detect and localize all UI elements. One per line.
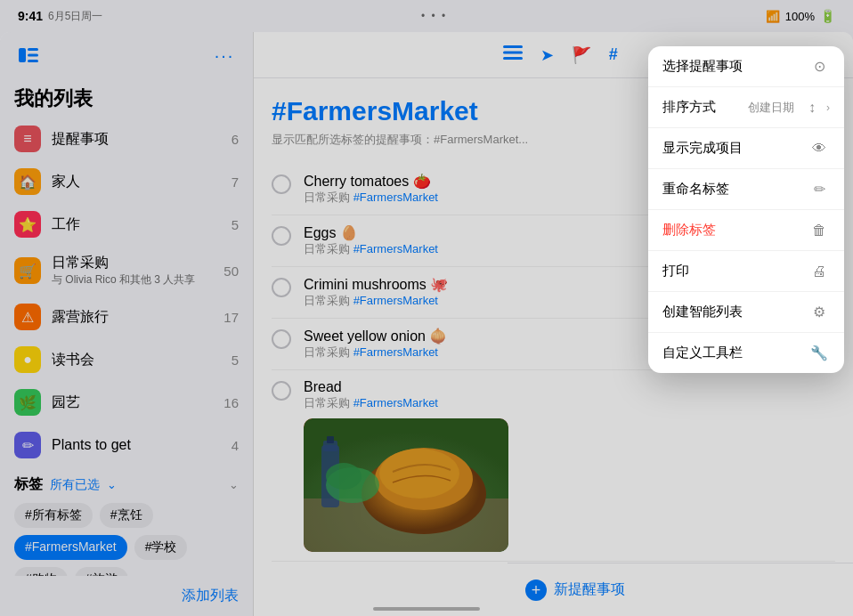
context-menu-label: 自定义工具栏 [662, 344, 743, 361]
context-menu-item-2[interactable]: 显示完成项目👁 [648, 128, 844, 169]
context-menu: 选择提醒事项⊙排序方式创建日期↕›显示完成项目👁重命名标签✏删除标签🗑打印🖨创建… [648, 46, 844, 373]
context-menu-icon: 🔧 [808, 344, 830, 361]
context-menu-label: 排序方式 [662, 99, 716, 116]
context-menu-icon: 🗑 [808, 223, 830, 239]
context-menu-label: 删除标签 [662, 222, 716, 239]
context-menu-icon: ⚙ [808, 304, 830, 320]
context-menu-label: 重命名标签 [662, 181, 729, 198]
context-menu-item-7[interactable]: 自定义工具栏🔧 [648, 333, 844, 373]
context-menu-label: 选择提醒事项 [662, 58, 743, 75]
context-menu-icon: ↕ [801, 100, 823, 116]
context-menu-label: 创建智能列表 [662, 304, 743, 320]
context-menu-icon: 🖨 [808, 263, 830, 280]
context-menu-item-5[interactable]: 打印🖨 [648, 251, 844, 292]
context-menu-label: 显示完成项目 [662, 140, 743, 157]
context-menu-arrow-icon: › [826, 101, 830, 114]
context-menu-icon: ⊙ [808, 58, 830, 75]
context-menu-label: 打印 [662, 263, 689, 280]
context-menu-icon: ✏ [808, 181, 830, 198]
context-menu-item-3[interactable]: 重命名标签✏ [648, 169, 844, 210]
context-menu-item-0[interactable]: 选择提醒事项⊙ [648, 46, 844, 87]
context-menu-item-4[interactable]: 删除标签🗑 [648, 210, 844, 251]
context-menu-icon: 👁 [808, 141, 830, 157]
context-menu-sub: 创建日期 [748, 100, 794, 116]
context-menu-item-6[interactable]: 创建智能列表⚙ [648, 292, 844, 333]
context-menu-item-1[interactable]: 排序方式创建日期↕› [648, 87, 844, 128]
